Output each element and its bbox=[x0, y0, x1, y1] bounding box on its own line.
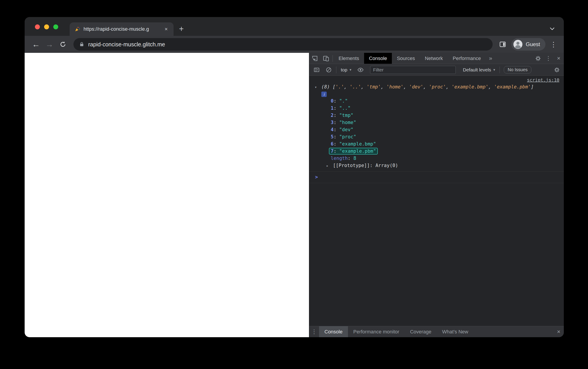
devtools-tab-performance[interactable]: Performance bbox=[448, 53, 486, 64]
drawer-close-icon[interactable]: × bbox=[554, 326, 564, 337]
length-value: 8 bbox=[353, 156, 356, 161]
devtools-drawer: ⋮ ConsolePerformance monitorCoverageWhat… bbox=[309, 326, 564, 337]
lock-icon[interactable] bbox=[79, 41, 85, 47]
array-entries: 0: "."1: ".."2: "tmp"3: "home"4: "dev"5:… bbox=[314, 97, 559, 162]
source-location-link[interactable]: script.js:10 bbox=[527, 77, 559, 83]
devtools-tab-network[interactable]: Network bbox=[420, 53, 448, 64]
issues-counter[interactable]: No Issues bbox=[504, 66, 531, 73]
live-expression-eye-icon[interactable] bbox=[355, 64, 366, 75]
forward-button[interactable]: → bbox=[43, 38, 56, 50]
prototype-content: [[Prototype]]: Array(0) bbox=[333, 163, 398, 168]
log-levels-selector[interactable]: Default levels ▾ bbox=[460, 67, 498, 72]
drawer-tab-performance-monitor[interactable]: Performance monitor bbox=[348, 326, 405, 337]
fullscreen-window-button[interactable] bbox=[53, 24, 58, 29]
array-entry-row: 5: "proc" bbox=[314, 133, 559, 140]
browser-tab[interactable]: https://rapid-concise-muscle.g × bbox=[70, 22, 173, 36]
close-window-button[interactable] bbox=[35, 24, 40, 29]
array-preview: (8) ['.', '..', 'tmp', 'home', 'dev', 'p… bbox=[321, 84, 534, 90]
array-entry-value: "tmp" bbox=[339, 113, 353, 118]
array-entry-index: 0 bbox=[331, 98, 334, 104]
length-key: length bbox=[331, 156, 348, 161]
content-area: ElementsConsoleSourcesNetworkPerformance… bbox=[25, 53, 564, 337]
url-text: rapid-concise-muscle.glitch.me bbox=[88, 41, 165, 48]
array-entry-row: 2: "tmp" bbox=[314, 112, 559, 119]
console-prompt[interactable]: > bbox=[309, 172, 564, 183]
profile-button[interactable]: Guest bbox=[511, 38, 546, 51]
entry-content: 4: "dev" bbox=[331, 127, 353, 132]
back-button[interactable]: ← bbox=[30, 38, 42, 50]
devtools-panel: ElementsConsoleSourcesNetworkPerformance… bbox=[309, 53, 564, 337]
entry-content: 2: "tmp" bbox=[331, 113, 353, 118]
entry-content: 0: "." bbox=[331, 98, 348, 104]
drawer-tab-coverage[interactable]: Coverage bbox=[405, 326, 437, 337]
device-toolbar-icon[interactable] bbox=[320, 53, 332, 64]
prototype-key: [[Prototype]] bbox=[333, 163, 370, 168]
new-tab-button[interactable]: + bbox=[176, 24, 186, 34]
array-entry-index: 5 bbox=[331, 134, 334, 140]
array-entry-value: ".." bbox=[339, 105, 351, 111]
array-entry-row: 1: ".." bbox=[314, 104, 559, 112]
console-output[interactable]: script.js:10 ▾(8) ['.', '..', 'tmp', 'ho… bbox=[309, 76, 564, 326]
array-preview-item: 'home' bbox=[386, 84, 404, 90]
profile-label: Guest bbox=[526, 41, 540, 48]
inspect-element-icon[interactable] bbox=[309, 53, 320, 64]
page-viewport[interactable] bbox=[25, 53, 309, 337]
console-filter-input[interactable] bbox=[370, 66, 456, 74]
array-entry-row: 7: "example.pbm" bbox=[314, 148, 559, 155]
expand-open-caret-icon[interactable]: ▾ bbox=[314, 83, 321, 91]
console-settings-gear-icon[interactable] bbox=[552, 64, 562, 75]
tab-close-icon[interactable]: × bbox=[162, 25, 170, 33]
expand-closed-caret-icon[interactable]: ▸ bbox=[326, 162, 333, 169]
divider bbox=[333, 55, 333, 62]
avatar-icon bbox=[513, 39, 523, 49]
tab-search-chevron-icon[interactable] bbox=[549, 26, 555, 32]
array-preview-item: 'example.pbm' bbox=[494, 84, 531, 90]
dropdown-arrow-icon: ▾ bbox=[493, 68, 495, 72]
drawer-tab-console[interactable]: Console bbox=[319, 326, 348, 337]
entry-content: 5: "proc" bbox=[331, 134, 356, 140]
javascript-context-selector[interactable]: top ▾ bbox=[338, 67, 354, 72]
devtools-tabbar: ElementsConsoleSourcesNetworkPerformance… bbox=[309, 53, 564, 64]
array-entry-value: "dev" bbox=[339, 127, 353, 132]
array-preview-item: 'proc' bbox=[429, 84, 446, 90]
entry-content: 6: "example.bmp" bbox=[331, 141, 376, 147]
array-entry-value: "." bbox=[339, 98, 348, 104]
array-entry-index: 6 bbox=[331, 141, 334, 147]
browser-toolbar: ← → rapid-concise-muscle.glitch.me bbox=[25, 36, 564, 53]
devtools-tab-sources[interactable]: Sources bbox=[392, 53, 420, 64]
array-entry-value: "proc" bbox=[339, 134, 356, 140]
info-icon[interactable]: i bbox=[321, 92, 327, 97]
array-entry-index: 4 bbox=[331, 127, 334, 132]
info-badge-row: i bbox=[314, 91, 559, 97]
clear-console-icon[interactable] bbox=[323, 64, 334, 75]
reload-button[interactable] bbox=[57, 38, 69, 50]
array-preview-item: 'example.bmp' bbox=[452, 84, 488, 90]
array-entry-index: 1 bbox=[331, 105, 334, 111]
divider bbox=[499, 66, 500, 73]
drawer-tab-what-s-new[interactable]: What's New bbox=[437, 326, 474, 337]
tab-title: https://rapid-concise-muscle.g bbox=[83, 26, 159, 32]
array-entry-index: 7 bbox=[331, 148, 334, 154]
devtools-tab-console[interactable]: Console bbox=[364, 53, 392, 64]
array-preview-row: ▾(8) ['.', '..', 'tmp', 'home', 'dev', '… bbox=[314, 83, 559, 91]
drawer-menu-kebab-icon[interactable]: ⋮ bbox=[309, 328, 319, 335]
minimize-window-button[interactable] bbox=[44, 24, 49, 29]
highlighted-entry: 7: "example.pbm" bbox=[329, 148, 377, 154]
browser-menu-icon[interactable]: ⋮ bbox=[548, 41, 558, 48]
devtools-tab-elements[interactable]: Elements bbox=[334, 53, 364, 64]
entry-content: 1: ".." bbox=[331, 105, 351, 111]
devtools-menu-kebab-icon[interactable]: ⋮ bbox=[543, 53, 554, 64]
console-toolbar: top ▾ Default levels ▾ No Issues bbox=[309, 64, 564, 76]
side-panel-icon[interactable] bbox=[497, 39, 508, 50]
array-entry-row: 0: "." bbox=[314, 97, 559, 104]
console-sidebar-icon[interactable] bbox=[311, 64, 322, 75]
prototype-row: ▸[[Prototype]]: Array(0) bbox=[314, 162, 559, 169]
address-bar[interactable]: rapid-concise-muscle.glitch.me bbox=[73, 38, 493, 51]
array-entry-row: 3: "home" bbox=[314, 119, 559, 126]
prototype-value: Array(0) bbox=[375, 163, 398, 168]
devtools-settings-gear-icon[interactable] bbox=[533, 53, 543, 64]
message-source-row: script.js:10 bbox=[314, 77, 559, 83]
devtools-close-icon[interactable]: × bbox=[554, 53, 564, 64]
console-message: script.js:10 ▾(8) ['.', '..', 'tmp', 'ho… bbox=[309, 76, 564, 172]
more-tabs-icon[interactable]: » bbox=[486, 55, 495, 62]
